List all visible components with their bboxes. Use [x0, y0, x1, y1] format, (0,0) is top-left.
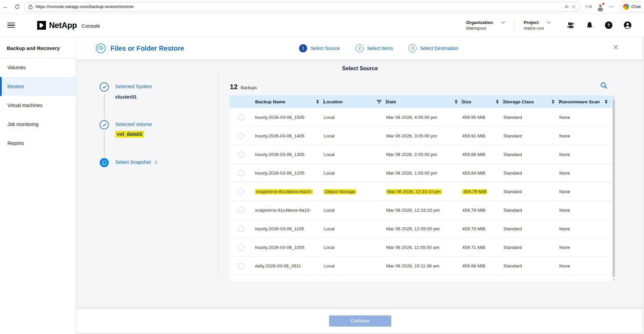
cell-storage-class: Standard — [503, 263, 559, 268]
cell-size: 459.79 MiB — [462, 208, 503, 213]
section-title: Select Source — [76, 66, 644, 72]
organization-selector[interactable]: Organization Matrixpost — [466, 20, 504, 31]
table-header-row: Backup Name Location Date Size — [230, 95, 612, 108]
table-row[interactable]: hourly.2026-03-06_1405 Local Mar 06 2026… — [230, 127, 612, 145]
browser-profile-avatar[interactable] — [597, 3, 604, 10]
filter-icon[interactable] — [377, 100, 381, 103]
cell-date: Mar 06 2026, 3:05:00 pm — [386, 133, 462, 138]
cell-backup-name: daily.2026-03-06_0911 — [255, 263, 324, 268]
table-row[interactable]: snapmirror.61c4bece-6a10- Local Mar 06 2… — [230, 201, 612, 220]
sort-icon[interactable] — [552, 100, 554, 104]
organization-label: Organization — [466, 20, 493, 25]
project-value: matrix-cvo — [524, 26, 550, 31]
url-text[interactable]: https://console.netapp.com/backup-restor… — [35, 4, 133, 9]
account-icon[interactable] — [623, 21, 632, 30]
check-circle-icon — [100, 120, 109, 129]
search-icon[interactable] — [600, 82, 608, 89]
table-topbar: 12 Backups — [230, 78, 612, 95]
connector-transfer-icon[interactable] — [566, 21, 575, 30]
cell-backup-name: hourly.2026-03-06_1205 — [255, 171, 324, 176]
backups-table: 12 Backups Backup Name Location — [230, 78, 612, 281]
table-row[interactable]: daily.2026-03-06_0911 Local Mar 06 2026,… — [230, 257, 612, 275]
cell-date: Mar 06 2026, 12:33:10 pm — [386, 189, 462, 194]
backup-radio[interactable] — [238, 133, 244, 139]
selected-system-label: Selected System — [115, 84, 152, 89]
table-row[interactable]: hourly.2026-03-06_1005 Local Mar 06 2026… — [230, 238, 612, 257]
wizard-step[interactable]: 3 Select Destination — [408, 44, 458, 52]
table-row[interactable]: snapmirror.61c4bece-6a10- Object Storage… — [230, 182, 612, 201]
address-bar[interactable]: https://console.netapp.com/backup-restor… — [24, 2, 580, 11]
sort-icon[interactable] — [316, 100, 319, 104]
cell-storage-class: Standard — [503, 171, 559, 176]
notifications-bell-icon[interactable] — [585, 21, 594, 30]
sidebar-item-virtual-machines[interactable]: Virtual machines — [0, 96, 76, 115]
column-header-date: Date — [386, 95, 462, 108]
sidebar-item-reports[interactable]: Reports — [0, 134, 76, 153]
chevron-down-icon — [547, 20, 550, 23]
backup-radio[interactable] — [238, 244, 244, 251]
cell-backup-name: hourly.2026-03-06_1105 — [255, 226, 324, 231]
scroll-down-icon[interactable]: ▼ — [613, 278, 615, 281]
cell-location: Local — [324, 133, 386, 138]
cell-date: Mar 06 2026, 2:05:00 pm — [386, 152, 462, 157]
scrollbar-thumb[interactable] — [613, 99, 615, 277]
step-number-badge: 2 — [355, 44, 364, 52]
browser-right-controls: ☆☰ ⋯ Chat — [585, 2, 644, 12]
sort-icon[interactable] — [455, 100, 457, 104]
header-divider — [514, 19, 514, 32]
cell-date: Mar 06 2026, 1:05:00 pm — [386, 171, 462, 176]
browser-back-icon[interactable]: ← — [0, 2, 11, 12]
snapshot-icon — [100, 158, 109, 167]
scroll-up-icon[interactable]: ▲ — [613, 96, 615, 98]
favorite-star-icon[interactable]: ☆ — [571, 3, 576, 10]
browser-refresh-icon[interactable] — [11, 2, 23, 12]
backup-radio[interactable] — [238, 151, 244, 158]
favorites-list-icon[interactable]: ☆☰ — [585, 4, 592, 10]
cell-ransomware-scan: None — [559, 189, 612, 194]
sidebar-item-volumes[interactable]: Volumes — [0, 58, 76, 77]
close-icon[interactable]: × — [613, 43, 618, 52]
brand-name: NetApp — [49, 21, 77, 30]
backup-radio[interactable] — [238, 114, 244, 121]
select-snapshot-link[interactable]: Select Snapshot — [115, 159, 157, 165]
app-header: NetApp Console Organization Matrixpost P… — [0, 14, 644, 37]
table-row[interactable]: hourly.2026-03-06_1505 Local Mar 06 2026… — [230, 108, 612, 127]
help-icon[interactable]: ? — [604, 21, 613, 30]
backup-radio[interactable] — [238, 170, 244, 176]
backup-radio[interactable] — [238, 188, 244, 195]
cell-storage-class: Standard — [503, 133, 559, 138]
column-header-backup-name: Backup Name — [255, 95, 324, 108]
project-selector[interactable]: Project matrix-cvo — [524, 20, 550, 31]
read-aloud-icon[interactable]: A) — [565, 4, 568, 9]
backup-count: 12 — [230, 83, 238, 91]
sort-icon[interactable] — [605, 100, 608, 104]
backup-radio[interactable] — [238, 226, 244, 232]
cell-backup-name: hourly.2026-03-06_1505 — [255, 115, 324, 120]
sidebar-item-restore[interactable]: Restore — [0, 77, 76, 96]
continue-button[interactable]: Continue — [329, 315, 391, 327]
cell-size: 459.91 MiB — [462, 133, 503, 138]
cell-ransomware-scan: None — [559, 133, 612, 138]
wizard-step[interactable]: 2 Select Items — [355, 44, 393, 52]
table-row[interactable]: hourly.2026-03-06_1305 Local Mar 06 2026… — [230, 145, 612, 164]
table-body: hourly.2026-03-06_1505 Local Mar 06 2026… — [230, 108, 612, 275]
table-row[interactable]: hourly.2026-03-06_1205 Local Mar 06 2026… — [230, 164, 612, 182]
cell-ransomware-scan: None — [559, 226, 612, 231]
wizard-content: Select Source Selected System cluster01 … — [76, 59, 644, 309]
table-row-partial — [230, 275, 612, 281]
table-row[interactable]: hourly.2026-03-06_1105 Local Mar 06 2026… — [230, 220, 612, 238]
backup-radio[interactable] — [238, 207, 244, 213]
hamburger-menu-icon[interactable] — [7, 23, 15, 28]
cell-storage-class: Standard — [503, 152, 559, 157]
copilot-chat-button[interactable]: Chat — [619, 2, 644, 12]
step-label: Select Items — [367, 46, 393, 51]
wizard-steps: 1 Select Source 2 Select Items 3 Select … — [299, 37, 458, 59]
wizard-step[interactable]: 1 Select Source — [299, 44, 340, 52]
cell-ransomware-scan: None — [559, 152, 612, 157]
cell-ransomware-scan: None — [559, 263, 612, 268]
sidebar-item-job-monitoring[interactable]: Job monitoring — [0, 115, 76, 134]
cell-date: Mar 06 2026, 10:11:36 am — [386, 263, 462, 268]
sort-icon[interactable] — [496, 100, 499, 104]
browser-menu-icon[interactable]: ⋯ — [609, 3, 615, 10]
backup-radio[interactable] — [238, 263, 244, 269]
